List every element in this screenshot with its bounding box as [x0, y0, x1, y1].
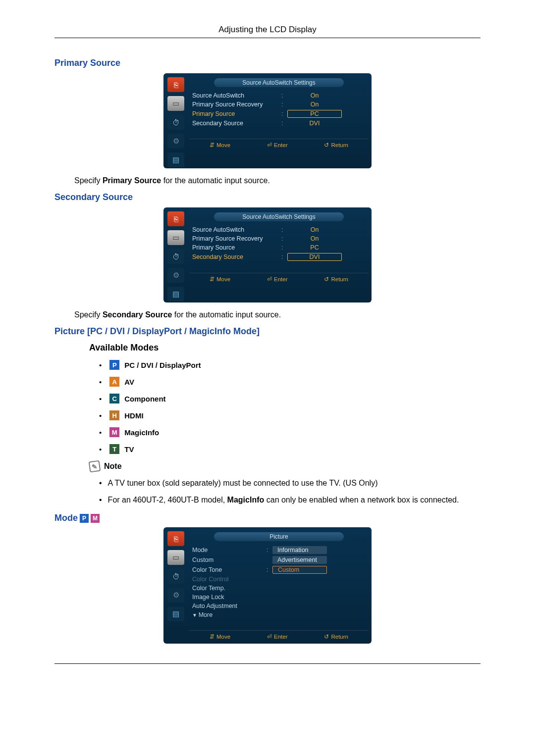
osd-sidebar: ⎘ ▭ ⏱ ⚙ ▤	[166, 530, 188, 644]
osd-row-color-temp[interactable]: Color Temp.	[192, 584, 366, 593]
osd-sidebar: ⎘ ▭ ⏱ ⚙ ▤	[166, 76, 188, 168]
t-icon: T	[109, 444, 119, 454]
osd-row-source-autoswitch[interactable]: Source AutoSwitch: On	[192, 91, 366, 100]
osd-row-more[interactable]: More	[192, 610, 366, 619]
osd-hint-return: ↺ Return	[324, 142, 348, 149]
heading-available-modes: Available Modes	[89, 343, 481, 353]
osd-row-primary-source[interactable]: Primary Source: PC	[192, 243, 366, 252]
osd-row-mode[interactable]: Mode: Information	[192, 545, 366, 555]
osd-title: Source AutoSwitch Settings	[214, 212, 344, 221]
heading-picture-mode: Picture [PC / DVI / DisplayPort / MagicI…	[54, 326, 481, 337]
osd-icon-sound: ⏱	[167, 569, 184, 584]
osd-hint-move: ⇵ Move	[210, 142, 230, 149]
page-title: Adjusting the LCD Display	[218, 25, 316, 34]
osd-icon-multi: ▤	[167, 287, 184, 302]
osd-icon-picture: ▭	[167, 550, 184, 565]
osd-sidebar: ⎘ ▭ ⏱ ⚙ ▤	[166, 210, 188, 302]
osd-icon-sound: ⏱	[167, 249, 184, 264]
mode-item-pc: P PC / DVI / DisplayPort	[99, 360, 481, 370]
osd-icon-input: ⎘	[167, 211, 184, 226]
mode-item-magicinfo: M MagicInfo	[99, 427, 481, 437]
osd-icon-sound: ⏱	[167, 115, 184, 130]
heading-primary-source: Primary Source	[54, 58, 481, 68]
h-icon: H	[109, 410, 119, 420]
primary-source-description: Specify Primary Source for the automatic…	[74, 176, 481, 185]
osd-icon-multi: ▤	[167, 152, 184, 167]
osd-icon-setup: ⚙	[167, 268, 184, 283]
heading-secondary-source: Secondary Source	[54, 192, 481, 202]
available-modes-list: P PC / DVI / DisplayPort A AV C Componen…	[99, 360, 481, 454]
osd-row-secondary-source[interactable]: Secondary Source: DVI	[192, 119, 366, 128]
osd-icon-input: ⎘	[167, 531, 184, 546]
heading-mode: Mode P M	[54, 513, 481, 523]
note-item: For an 460UT-2, 460UT-B model, MagicInfo…	[99, 495, 481, 505]
osd-icon-setup: ⚙	[167, 134, 184, 149]
osd-icon-picture: ▭	[167, 96, 184, 111]
m-icon: M	[109, 427, 119, 437]
p-icon: P	[109, 360, 119, 370]
osd-hint-enter: ⏎ Enter	[267, 276, 288, 283]
osd-row-primary-recovery[interactable]: Primary Source Recovery: On	[192, 234, 366, 243]
mode-item-av: A AV	[99, 377, 481, 387]
osd-picture-mode: ⎘ ▭ ⏱ ⚙ ▤ Picture Mode: Information Cust…	[54, 527, 481, 644]
p-icon: P	[80, 514, 89, 523]
osd-row-source-autoswitch[interactable]: Source AutoSwitch: On	[192, 225, 366, 234]
osd-footer: ⇵ Move ⏎ Enter ↺ Return	[189, 273, 369, 286]
osd-footer: ⇵ Move ⏎ Enter ↺ Return	[189, 139, 369, 152]
osd-footer: ⇵ Move ⏎ Enter ↺ Return	[189, 630, 369, 644]
osd-primary-source: ⎘ ▭ ⏱ ⚙ ▤ Source AutoSwitch Settings Sou…	[54, 73, 481, 168]
mode-item-tv: T TV	[99, 444, 481, 454]
osd-row-primary-source[interactable]: Primary Source: PC	[192, 109, 366, 119]
osd-hint-move: ⇵ Move	[210, 276, 230, 283]
osd-icon-setup: ⚙	[167, 588, 184, 603]
osd-title: Picture	[214, 532, 344, 541]
mode-item-component: C Component	[99, 394, 481, 403]
osd-hint-return: ↺ Return	[324, 276, 348, 283]
osd-hint-enter: ⏎ Enter	[267, 142, 288, 149]
osd-hint-return: ↺ Return	[324, 633, 348, 640]
osd-row-primary-recovery[interactable]: Primary Source Recovery: On	[192, 100, 366, 109]
osd-row-custom[interactable]: Custom Advertisement	[192, 555, 366, 565]
page-header: Adjusting the LCD Display	[54, 25, 481, 38]
note-heading: ✎ Note	[89, 461, 481, 472]
note-item: A TV tuner box (sold separately) must be…	[99, 478, 481, 489]
osd-row-auto-adjustment[interactable]: Auto Adjustment	[192, 602, 366, 610]
c-icon: C	[109, 394, 119, 403]
osd-hint-enter: ⏎ Enter	[267, 633, 288, 640]
osd-row-image-lock[interactable]: Image Lock	[192, 593, 366, 602]
secondary-source-description: Specify Secondary Source for the automat…	[74, 310, 481, 319]
m-icon: M	[91, 514, 100, 523]
osd-icon-multi: ▤	[167, 606, 184, 621]
note-list: A TV tuner box (sold separately) must be…	[99, 478, 481, 505]
note-icon: ✎	[89, 460, 101, 473]
page-footer-rule	[54, 663, 481, 664]
osd-icon-input: ⎘	[167, 77, 184, 92]
osd-row-color-control: Color Control	[192, 575, 366, 584]
osd-icon-picture: ▭	[167, 230, 184, 245]
osd-row-color-tone[interactable]: Color Tone: Custom	[192, 565, 366, 575]
osd-title: Source AutoSwitch Settings	[214, 78, 344, 87]
mode-item-hdmi: H HDMI	[99, 410, 481, 420]
osd-row-secondary-source[interactable]: Secondary Source: DVI	[192, 252, 366, 262]
osd-hint-move: ⇵ Move	[210, 633, 230, 640]
osd-secondary-source: ⎘ ▭ ⏱ ⚙ ▤ Source AutoSwitch Settings Sou…	[54, 207, 481, 302]
a-icon: A	[109, 377, 119, 387]
